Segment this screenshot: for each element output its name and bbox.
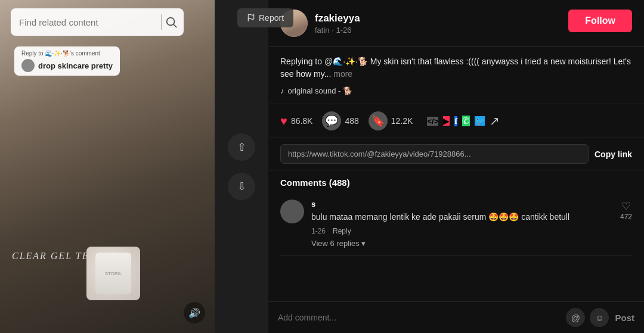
code-icon[interactable]: </> — [427, 117, 438, 126]
comment-text: bulu mataa memang lentik ke ade pakaii s… — [311, 211, 613, 223]
caption-area: Replying to @🌊·✨·🐕 My skin isn't that fl… — [268, 47, 644, 104]
share-icon[interactable]: ↗ — [490, 114, 500, 128]
repost-icon[interactable]: ▶ — [443, 116, 450, 126]
actions-row: ♥ 86.8K 💬 488 🔖 12.2K </> ▶ f ✆ 🐦 ↗ — [268, 104, 644, 138]
middle-panel: ⇧ ⇩ — [215, 0, 268, 333]
comment-icon: 💬 — [322, 111, 341, 130]
music-note-icon: ♪ — [280, 86, 284, 95]
flag-icon — [247, 14, 255, 22]
search-bar[interactable] — [11, 8, 184, 36]
creator-details: fzakieyya fatin · 1-26 — [315, 13, 360, 35]
comment-avatar — [280, 200, 304, 223]
like-heart-icon[interactable]: ♡ — [621, 200, 631, 213]
creator-subtitle: fatin · 1-26 — [315, 26, 360, 35]
comment-date: 1-26 — [311, 227, 326, 235]
report-label: Report — [259, 13, 284, 23]
reply-username: drop skincare pretty — [38, 61, 113, 70]
at-icon-button[interactable]: @ — [566, 308, 585, 327]
more-link[interactable]: more — [333, 69, 352, 79]
follow-button[interactable]: Follow — [568, 10, 632, 32]
creator-username: fzakieyya — [315, 13, 360, 24]
view-replies-button[interactable]: View 6 replies ▾ — [311, 239, 613, 248]
scroll-up-button[interactable]: ⇧ — [228, 133, 255, 161]
creator-header: fzakieyya fatin · 1-26 Follow — [268, 0, 644, 47]
facebook-icon[interactable]: f — [454, 116, 457, 126]
share-icons: </> ▶ f ✆ 🐦 ↗ — [427, 114, 500, 128]
video-panel: Clear gel texture STORIL 🔊 Reply to 🌊·✨·… — [0, 0, 215, 333]
emoji-button[interactable]: ☺ — [590, 308, 609, 327]
svg-point-0 — [167, 18, 175, 26]
sound-line: ♪ original sound - 🐕 — [280, 86, 632, 95]
volume-icon[interactable]: 🔊 — [184, 302, 205, 323]
chevron-down-icon: ▾ — [361, 239, 366, 248]
scroll-down-button[interactable]: ⇩ — [228, 173, 255, 200]
comment-like-count: 472 — [620, 213, 632, 221]
report-button[interactable]: Report — [237, 8, 293, 27]
bookmark-icon: 🔖 — [369, 111, 388, 130]
comments-list: s bulu mataa memang lentik ke ade pakaii… — [268, 192, 644, 301]
emoji-icon: ☺ — [595, 313, 604, 323]
saves-count: 12.2K — [391, 116, 413, 126]
likes-count: 86.8K — [291, 116, 313, 126]
reply-avatar — [21, 59, 35, 72]
twitter-icon[interactable]: 🐦 — [475, 116, 485, 126]
search-divider — [162, 14, 162, 30]
report-area: Report — [237, 8, 293, 27]
sound-text: original sound - 🐕 — [288, 86, 353, 95]
heart-icon: ♥ — [280, 114, 287, 128]
search-input[interactable] — [19, 17, 162, 27]
product-inner: STORIL — [95, 253, 131, 294]
comment-meta: 1-26 Reply — [311, 227, 613, 235]
comments-count: 488 — [345, 116, 358, 126]
post-button[interactable]: Post — [615, 313, 634, 323]
likes-action[interactable]: ♥ 86.8K — [280, 114, 312, 128]
comments-header: Comments (488) — [268, 170, 644, 192]
caption-text: Replying to @🌊·✨·🐕 My skin isn't that fl… — [280, 55, 632, 80]
saves-action[interactable]: 🔖 12.2K — [369, 111, 413, 130]
copy-link-button[interactable]: Copy link — [595, 150, 632, 159]
comment-likes: ♡ 472 — [620, 200, 632, 248]
right-panel: fzakieyya fatin · 1-26 Follow Replying t… — [268, 0, 644, 333]
search-icon — [165, 15, 178, 29]
comment-username: s — [311, 200, 613, 208]
reply-bubble: Reply to 🌊·✨·🐕's comment drop skincare p… — [14, 46, 120, 76]
video-url: https://www.tiktok.com/@fzakieyya/video/… — [280, 144, 589, 164]
reply-to-text: Reply to 🌊·✨·🐕's comment — [21, 50, 113, 57]
svg-line-1 — [174, 24, 177, 27]
at-icon: @ — [571, 313, 580, 323]
add-comment-row: @ ☺ Post — [268, 301, 644, 333]
view-replies-text: View 6 replies — [311, 239, 360, 248]
add-comment-input[interactable] — [278, 313, 560, 322]
product-image: STORIL — [86, 247, 140, 300]
reply-user: drop skincare pretty — [21, 59, 113, 72]
add-comment-icons: @ ☺ — [566, 308, 609, 327]
reply-button[interactable]: Reply — [333, 227, 351, 235]
whatsapp-icon[interactable]: ✆ — [462, 116, 470, 126]
comment-item: s bulu mataa memang lentik ke ade pakaii… — [280, 192, 632, 256]
url-row: https://www.tiktok.com/@fzakieyya/video/… — [268, 138, 644, 170]
comments-action[interactable]: 💬 488 — [322, 111, 358, 130]
comment-body: s bulu mataa memang lentik ke ade pakaii… — [311, 200, 613, 248]
